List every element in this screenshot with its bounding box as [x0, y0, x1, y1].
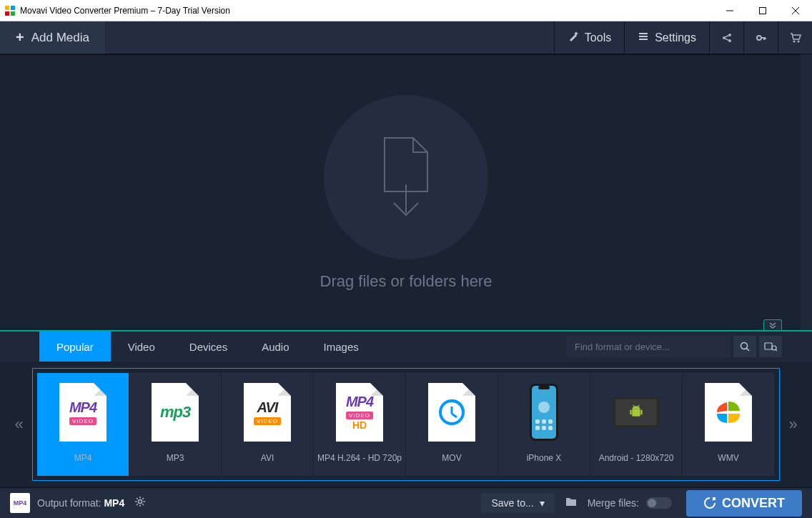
svg-line-58 [142, 498, 144, 499]
output-format-icon: MP4 [10, 493, 30, 513]
output-format-label: Output format: MP4 [37, 497, 124, 509]
tab-label: Popular [56, 341, 94, 353]
format-label: Android - 1280x720 [599, 453, 674, 463]
tab-images[interactable]: Images [307, 332, 376, 362]
convert-icon [703, 497, 716, 509]
svg-rect-49 [640, 409, 642, 414]
window-title: Movavi Video Converter Premium – 7-Day T… [20, 6, 713, 16]
merge-toggle[interactable] [646, 497, 672, 509]
svg-rect-35 [535, 419, 540, 424]
format-tabs: Popular Video Devices Audio Images [0, 332, 812, 362]
search-button[interactable] [733, 336, 756, 357]
format-tile-mp4hd[interactable]: MP4VIDEOHD MP4 H.264 - HD 720p [314, 373, 405, 476]
window-controls [713, 0, 812, 21]
format-tile-mov[interactable]: MOV [406, 373, 497, 476]
svg-rect-36 [542, 419, 546, 424]
panel-divider [0, 330, 812, 332]
svg-rect-1 [11, 6, 15, 10]
format-label: AVI [261, 453, 274, 463]
tab-devices[interactable]: Devices [172, 332, 244, 362]
output-format-value: MP4 [104, 497, 124, 509]
search-box [566, 336, 731, 357]
vertical-scrollbar[interactable] [801, 54, 812, 330]
svg-rect-38 [535, 426, 540, 430]
svg-point-50 [139, 500, 142, 504]
format-label: iPhone X [527, 453, 562, 463]
svg-point-12 [728, 34, 731, 36]
file-down-icon [374, 134, 438, 220]
cart-button[interactable] [778, 21, 812, 54]
mp4hd-icon: MP4VIDEOHD [334, 380, 385, 444]
format-label: MOV [442, 453, 461, 463]
svg-rect-40 [548, 426, 553, 430]
drop-area[interactable]: Drag files or folders here [0, 54, 812, 330]
svg-line-56 [142, 504, 144, 505]
device-detect-button[interactable] [759, 336, 782, 357]
svg-rect-43 [632, 409, 640, 417]
tools-button[interactable]: Tools [554, 21, 624, 54]
tab-video[interactable]: Video [111, 332, 172, 362]
svg-rect-48 [630, 409, 631, 414]
save-to-button[interactable]: Save to... ▾ [481, 493, 554, 513]
svg-point-16 [757, 36, 761, 40]
format-label: MP4 [74, 453, 92, 463]
output-label-text: Output format: [37, 497, 101, 509]
avi-icon: AVIVIDEO [242, 380, 293, 444]
svg-point-34 [538, 402, 550, 413]
format-label: WMV [718, 453, 738, 463]
svg-rect-33 [538, 386, 550, 389]
key-button[interactable] [743, 21, 778, 54]
tab-label: Devices [189, 341, 227, 353]
tab-label: Images [324, 341, 359, 353]
format-tile-mp4[interactable]: MP4VIDEO MP4 [37, 373, 129, 476]
format-tile-avi[interactable]: AVIVIDEO AVI [222, 373, 313, 476]
settings-label: Settings [655, 31, 696, 44]
app-icon [4, 5, 16, 16]
carousel-prev[interactable]: « [6, 374, 32, 474]
svg-line-57 [137, 504, 138, 505]
svg-rect-39 [542, 426, 546, 430]
save-to-label: Save to... [491, 497, 533, 509]
convert-label: CONVERT [722, 496, 785, 511]
mp3-icon: mp3 [149, 380, 201, 444]
search-input[interactable] [566, 336, 731, 357]
format-tile-iphonex[interactable]: iPhone X [498, 373, 590, 476]
format-carousel: « MP4VIDEO MP4 mp3 MP3 AVIVIDEO AVI MP4V… [0, 362, 812, 487]
android-icon [610, 380, 662, 444]
settings-button[interactable]: Settings [624, 21, 709, 54]
format-tile-mp3[interactable]: mp3 MP3 [129, 373, 221, 476]
open-folder-button[interactable] [562, 493, 580, 513]
mov-icon [426, 380, 477, 444]
svg-point-13 [728, 39, 731, 42]
svg-point-23 [741, 343, 748, 349]
plus-icon: + [16, 29, 24, 46]
convert-button[interactable]: CONVERT [686, 490, 802, 517]
output-settings-button[interactable] [134, 496, 146, 510]
iphone-icon [518, 380, 570, 444]
svg-point-20 [793, 40, 795, 42]
titlebar: Movavi Video Converter Premium – 7-Day T… [0, 0, 812, 21]
format-tile-android[interactable]: Android - 1280x720 [590, 373, 682, 476]
svg-rect-5 [760, 7, 766, 14]
tab-audio[interactable]: Audio [244, 332, 306, 362]
svg-line-14 [725, 35, 728, 37]
tab-label: Audio [262, 341, 289, 353]
svg-point-21 [797, 40, 799, 42]
minimize-button[interactable] [713, 0, 746, 21]
svg-rect-37 [548, 419, 553, 424]
svg-line-15 [725, 39, 728, 41]
carousel-next[interactable]: » [780, 374, 806, 474]
svg-line-27 [776, 349, 777, 351]
tab-popular[interactable]: Popular [39, 332, 111, 362]
mp4-icon: MP4VIDEO [57, 380, 109, 444]
svg-rect-0 [5, 6, 9, 10]
format-tile-wmv[interactable]: WMV [683, 373, 774, 476]
add-media-button[interactable]: + Add Media [0, 21, 105, 54]
svg-line-24 [747, 349, 750, 352]
svg-rect-3 [11, 11, 15, 16]
collapse-handle[interactable] [763, 319, 782, 330]
wand-icon [568, 31, 579, 45]
close-button[interactable] [779, 0, 812, 21]
share-button[interactable] [709, 21, 743, 54]
maximize-button[interactable] [746, 0, 779, 21]
